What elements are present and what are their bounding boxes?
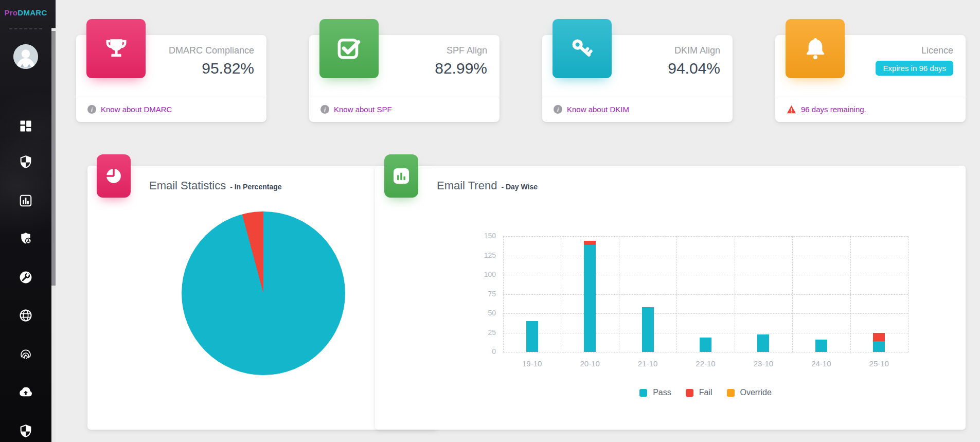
y-axis-tick: 25 xyxy=(475,328,496,337)
know-about-dkim-link[interactable]: Know about DKIM xyxy=(567,105,629,114)
bar-pass-21-10[interactable] xyxy=(642,307,654,352)
x-axis-label: 23-10 xyxy=(735,359,792,368)
fingerprint-icon xyxy=(19,347,33,361)
stat-label: SPF Align xyxy=(447,45,487,56)
gridline xyxy=(503,275,908,275)
stat-icon-box xyxy=(86,19,146,78)
gridline xyxy=(503,294,908,295)
email-trend-card: Email Trend - Day Wise 02550751001251501… xyxy=(375,166,966,430)
sidebar-item-settings[interactable] xyxy=(19,270,33,285)
bar-fail-20-10[interactable] xyxy=(584,241,596,245)
x-axis-label: 25-10 xyxy=(850,359,908,368)
y-axis-tick: 0 xyxy=(475,347,496,356)
user-silhouette-icon xyxy=(13,44,38,69)
shield-checker-icon xyxy=(19,424,33,438)
gridline xyxy=(792,236,793,352)
prodmarc-dashboard: ProDMARC xyxy=(0,0,980,442)
chart-icon-box xyxy=(384,154,418,198)
days-remaining-text[interactable]: 96 days remaining. xyxy=(801,105,866,114)
globe-icon xyxy=(19,308,33,323)
poll-chart-icon xyxy=(19,193,33,208)
warning-icon xyxy=(787,105,796,114)
x-axis-label: 20-10 xyxy=(561,359,618,368)
y-axis-tick: 100 xyxy=(475,270,496,278)
wrench-icon xyxy=(19,270,33,285)
app-logo[interactable]: ProDMARC xyxy=(0,8,51,17)
bar-pass-22-10[interactable] xyxy=(700,338,711,352)
info-icon xyxy=(87,105,96,114)
legend-item-pass[interactable]: Pass xyxy=(639,388,671,397)
legend-label: Pass xyxy=(653,388,671,397)
know-about-spf-link[interactable]: Know about SPF xyxy=(334,105,392,114)
sidebar-item-backup[interactable] xyxy=(19,385,33,399)
shield-checker-icon xyxy=(19,155,33,169)
chart-title: Email Trend xyxy=(437,179,497,192)
y-axis-tick: 75 xyxy=(475,290,496,298)
stat-label: DKIM Align xyxy=(674,45,720,56)
bar-pass-23-10[interactable] xyxy=(757,334,769,352)
avatar[interactable] xyxy=(13,44,38,69)
x-axis-label: 24-10 xyxy=(792,359,850,368)
know-about-dmarc-link[interactable]: Know about DMARC xyxy=(101,105,172,114)
gridline xyxy=(503,333,908,333)
cloud-upload-icon xyxy=(19,385,33,399)
sidebar-item-threats[interactable] xyxy=(19,424,33,438)
gridline xyxy=(676,236,677,352)
bar-pass-25-10[interactable] xyxy=(873,341,885,352)
bar-pass-20-10[interactable] xyxy=(584,245,596,352)
gridline xyxy=(619,236,619,352)
sidebar-item-security[interactable] xyxy=(19,155,33,169)
stat-value: 95.82% xyxy=(202,60,254,77)
sidebar-item-dashboard[interactable] xyxy=(19,119,33,133)
x-axis-label: 21-10 xyxy=(619,359,676,368)
bar-pass-19-10[interactable] xyxy=(526,321,538,352)
stat-value: 82.99% xyxy=(435,60,487,77)
chart-subtitle: - In Percentage xyxy=(230,183,281,191)
gridline xyxy=(503,236,908,237)
pie-chart-icon xyxy=(104,166,123,186)
stat-value: 94.04% xyxy=(668,60,720,77)
chart-title: Email Statistics xyxy=(149,179,226,192)
divider xyxy=(9,28,42,29)
licence-expiry-badge: Expires in 96 days xyxy=(876,61,953,76)
legend-item-override[interactable]: Override xyxy=(727,388,772,397)
stat-icon-box xyxy=(786,19,845,78)
sidebar: ProDMARC xyxy=(0,0,56,442)
chart-icon-box xyxy=(97,154,131,198)
gridline xyxy=(850,236,851,352)
bar-fail-25-10[interactable] xyxy=(873,333,885,342)
stat-card-dkim-align: DKIM Align 94.04% Know about DKIM xyxy=(542,35,733,122)
gridline xyxy=(908,236,908,352)
sidebar-item-reports[interactable] xyxy=(19,193,33,208)
bell-icon xyxy=(801,34,830,63)
check-square-icon xyxy=(335,34,364,63)
x-axis-label: 22-10 xyxy=(676,359,734,368)
y-axis-tick: 150 xyxy=(475,232,496,240)
trophy-icon xyxy=(102,34,131,63)
info-icon xyxy=(320,105,329,114)
scrollbar-thumb[interactable] xyxy=(51,31,56,286)
legend-swatch xyxy=(727,389,735,397)
gridline xyxy=(503,236,504,352)
sidebar-item-domains[interactable] xyxy=(19,308,33,323)
y-axis-tick: 50 xyxy=(475,309,496,317)
user-shield-icon xyxy=(19,231,33,245)
sidebar-scrollbar[interactable] xyxy=(51,28,56,442)
stat-label: DMARC Compliance xyxy=(169,45,254,56)
x-axis-label: 19-10 xyxy=(503,359,561,368)
dashboard-icon xyxy=(19,119,33,133)
stat-card-licence: Licence Expires in 96 days 96 days remai… xyxy=(775,35,966,122)
legend-swatch xyxy=(639,389,647,397)
email-trend-bar-chart[interactable]: 025507510012515019-1020-1021-1022-1023-1… xyxy=(503,236,908,352)
key-icon xyxy=(568,34,597,63)
gridline xyxy=(503,352,908,352)
stat-label: Licence xyxy=(921,45,953,56)
legend-item-fail[interactable]: Fail xyxy=(686,388,712,397)
bar-pass-24-10[interactable] xyxy=(815,340,827,352)
logo-text-pro: Pro xyxy=(4,8,17,17)
logo-text-dmarc: DMARC xyxy=(17,8,47,17)
sidebar-item-forensics[interactable] xyxy=(19,347,33,361)
sidebar-item-user-admin[interactable] xyxy=(19,231,33,245)
email-statistics-pie[interactable] xyxy=(182,211,345,375)
bar-chart-icon xyxy=(391,166,411,186)
